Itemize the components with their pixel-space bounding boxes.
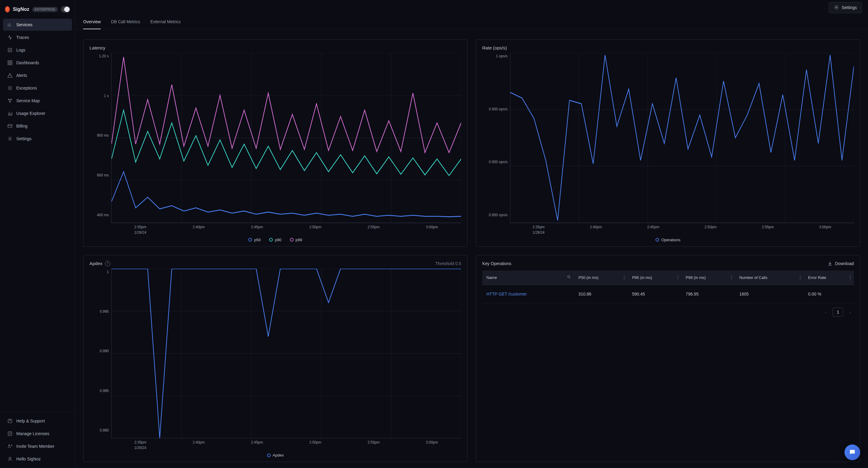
op-err: 0.00 % xyxy=(804,285,854,303)
op-p50: 310.86 xyxy=(574,285,628,303)
chat-fab[interactable] xyxy=(844,444,860,460)
sidebar-item-traces[interactable]: Traces xyxy=(3,31,72,43)
sidebar-item-label: Manage Licenses xyxy=(16,431,50,436)
usage-icon xyxy=(7,111,13,116)
sidebar-item-label: Hello SigNoz xyxy=(16,457,41,461)
sidebar-item-label: Invite Team Member xyxy=(16,444,55,449)
sidebar-item-service-map[interactable]: Service Map xyxy=(3,95,72,107)
svg-point-5 xyxy=(9,87,11,89)
sidebar-item-label: Services xyxy=(16,22,33,27)
x-axis: 2:35pm2:40pm2:45pm 2:50pm2:55pm3:00pm xyxy=(90,438,461,445)
y-axis: 1.20 s 1 s 800 ms 600 ms 400 ms xyxy=(90,53,111,223)
sidebar-item-settings[interactable]: Settings xyxy=(3,133,72,145)
plot-area xyxy=(111,269,461,439)
y-axis: 1 ops/s 0.950 ops/s 0.900 ops/s 0.850 op… xyxy=(482,53,510,223)
sidebar-item-usage-explorer[interactable]: Usage Explorer xyxy=(3,107,72,119)
col-p99[interactable]: P99 (in ms)▲▼ xyxy=(681,270,735,285)
sidebar-item-logs[interactable]: Logs xyxy=(3,44,72,56)
latency-card: Latency 1.20 s 1 s 800 ms 600 ms 400 ms xyxy=(83,39,467,247)
sidebar-item-invite[interactable]: Invite Team Member xyxy=(3,440,72,452)
col-calls[interactable]: Number of Calls▲▼ xyxy=(735,270,804,285)
tab-label: External Metrics xyxy=(150,19,181,24)
sidebar-item-hello[interactable]: Hello SigNoz xyxy=(3,453,72,465)
apdex-card: Apdex ? Threshold 0.5 1 0.995 0.990 0.98… xyxy=(83,255,467,462)
brand-name: SigNoz xyxy=(13,7,29,12)
sidebar-item-label: Settings xyxy=(16,136,32,141)
key-operations-card: Key Operations Download Name P50 (in ms)… xyxy=(476,255,860,462)
op-p95: 590.45 xyxy=(628,285,681,303)
legend-item[interactable]: Apdex xyxy=(267,453,284,458)
sort-icon[interactable]: ▲▼ xyxy=(799,275,801,280)
bar-chart-icon xyxy=(7,22,13,27)
svg-point-10 xyxy=(9,138,11,140)
search-icon[interactable] xyxy=(567,275,571,280)
sidebar-item-alerts[interactable]: Alerts xyxy=(3,69,72,81)
hello-icon xyxy=(7,456,13,462)
apdex-chart[interactable]: 1 0.995 0.990 0.985 0.980 2:35pm2:40pm2:… xyxy=(90,269,461,458)
legend-item[interactable]: Operations xyxy=(655,238,681,242)
theme-toggle[interactable] xyxy=(61,6,70,13)
plot-area xyxy=(510,53,854,223)
legend-dot-icon xyxy=(290,238,293,241)
rate-chart[interactable]: 1 ops/s 0.950 ops/s 0.900 ops/s 0.850 op… xyxy=(482,53,854,242)
sidebar-item-services[interactable]: Services xyxy=(3,19,72,31)
tab-external[interactable]: External Metrics xyxy=(150,15,181,29)
help-icon[interactable]: ? xyxy=(105,261,110,266)
main: Settings Overview DB Call Metrics Extern… xyxy=(75,0,868,468)
legend-dot-icon xyxy=(655,238,659,241)
gear-icon xyxy=(7,136,13,141)
sidebar-bottom: Help & Support Manage Licenses Invite Te… xyxy=(0,412,75,468)
traces-icon xyxy=(7,35,13,40)
sidebar-item-help[interactable]: Help & Support xyxy=(3,415,72,427)
sort-icon[interactable]: ▲▼ xyxy=(849,275,851,280)
tab-db-call[interactable]: DB Call Metrics xyxy=(111,15,140,29)
tabs: Overview DB Call Metrics External Metric… xyxy=(75,15,868,29)
table-row[interactable]: HTTP GET /customer 310.86 590.45 796.95 … xyxy=(482,285,854,303)
x-axis: 2:35pm2:40pm2:45pm 2:50pm2:55pm3:00pm xyxy=(90,223,461,230)
bug-icon xyxy=(7,85,13,91)
col-error[interactable]: Error Rate▲▼ xyxy=(804,270,854,285)
tab-overview[interactable]: Overview xyxy=(83,15,101,29)
license-icon xyxy=(7,431,13,436)
col-p95[interactable]: P95 (in ms)▲▼ xyxy=(628,270,681,285)
page-next[interactable]: › xyxy=(846,308,854,316)
sidebar-item-label: Usage Explorer xyxy=(16,111,45,116)
page-number[interactable]: 1 xyxy=(833,308,844,317)
tab-label: DB Call Metrics xyxy=(111,19,140,24)
svg-point-15 xyxy=(836,6,837,8)
download-button[interactable]: Download xyxy=(827,261,854,266)
sidebar-item-label: Alerts xyxy=(16,73,27,78)
sidebar-item-label: Exceptions xyxy=(16,86,37,90)
settings-button[interactable]: Settings xyxy=(829,2,862,13)
col-name[interactable]: Name xyxy=(482,270,574,285)
col-p50[interactable]: P50 (in ms)▲▼ xyxy=(574,270,628,285)
sidebar-item-dashboards[interactable]: Dashboards xyxy=(3,57,72,69)
tab-label: Overview xyxy=(83,19,101,24)
sort-icon[interactable]: ▲▼ xyxy=(623,275,625,280)
legend: Apdex xyxy=(90,453,461,458)
page-prev[interactable]: ‹ xyxy=(822,308,830,316)
svg-point-8 xyxy=(10,101,10,103)
sidebar-item-licenses[interactable]: Manage Licenses xyxy=(3,428,72,440)
topbar: Settings xyxy=(75,0,868,15)
legend-item[interactable]: p90 xyxy=(269,238,281,242)
svg-rect-3 xyxy=(8,63,9,65)
sidebar-item-exceptions[interactable]: Exceptions xyxy=(3,82,72,94)
gear-icon xyxy=(834,4,839,11)
legend-item[interactable]: p50 xyxy=(248,238,261,242)
sidebar-item-billing[interactable]: Billing xyxy=(3,120,72,132)
brand-logo-icon xyxy=(5,6,10,13)
content-grid: Latency 1.20 s 1 s 800 ms 600 ms 400 ms xyxy=(75,29,868,468)
sort-icon[interactable]: ▲▼ xyxy=(730,275,733,280)
legend-item[interactable]: p99 xyxy=(290,238,302,242)
op-name-link[interactable]: HTTP GET /customer xyxy=(482,285,574,303)
legend-dot-icon xyxy=(267,454,271,457)
svg-point-14 xyxy=(9,457,11,459)
x-axis: 2:35pm2:40pm2:45pm 2:50pm2:55pm3:00pm xyxy=(482,223,854,230)
svg-rect-4 xyxy=(10,63,12,65)
invite-icon xyxy=(7,444,13,449)
sort-icon[interactable]: ▲▼ xyxy=(677,275,679,280)
brand: SigNoz ENTERPRISE xyxy=(0,4,75,17)
download-label: Download xyxy=(835,261,854,266)
latency-chart[interactable]: 1.20 s 1 s 800 ms 600 ms 400 ms 2:35pm2:… xyxy=(90,53,461,242)
